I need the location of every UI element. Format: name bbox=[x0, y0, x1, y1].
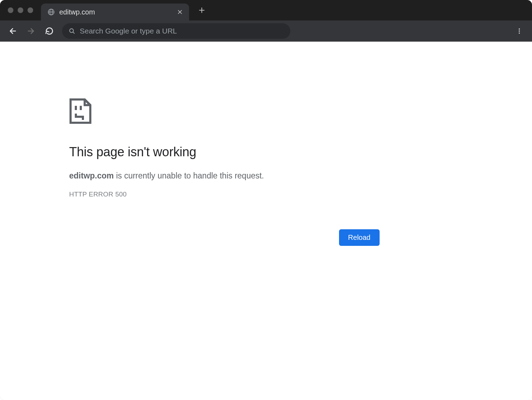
error-message: editwp.com is currently unable to handle… bbox=[69, 170, 380, 181]
globe-icon bbox=[47, 8, 55, 16]
browser-tab[interactable]: editwp.com bbox=[41, 4, 189, 20]
back-button[interactable] bbox=[5, 23, 20, 39]
tab-strip: editwp.com bbox=[0, 0, 532, 20]
svg-point-12 bbox=[519, 30, 520, 31]
address-bar[interactable] bbox=[62, 23, 290, 39]
browser-menu-button[interactable] bbox=[512, 23, 527, 39]
error-domain: editwp.com bbox=[69, 171, 114, 180]
svg-line-10 bbox=[73, 32, 74, 34]
error-title: This page isn't working bbox=[69, 145, 380, 159]
window-close-button[interactable] bbox=[8, 7, 13, 13]
window-maximize-button[interactable] bbox=[28, 7, 33, 13]
reload-button[interactable] bbox=[42, 23, 57, 39]
svg-rect-14 bbox=[75, 106, 77, 110]
tab-title: editwp.com bbox=[59, 8, 176, 16]
new-tab-button[interactable] bbox=[195, 3, 209, 17]
browser-toolbar bbox=[0, 20, 532, 42]
error-code: HTTP ERROR 500 bbox=[69, 190, 380, 198]
error-message-tail: is currently unable to handle this reque… bbox=[114, 171, 264, 180]
address-input[interactable] bbox=[80, 27, 284, 35]
svg-rect-17 bbox=[75, 114, 77, 116]
page-viewport: This page isn't working editwp.com is cu… bbox=[0, 42, 532, 400]
broken-page-icon bbox=[69, 98, 380, 126]
search-icon bbox=[68, 28, 75, 35]
page-reload-button[interactable]: Reload bbox=[339, 229, 380, 246]
svg-point-13 bbox=[519, 32, 520, 34]
browser-chrome: editwp.com bbox=[0, 0, 532, 42]
svg-rect-15 bbox=[80, 106, 82, 110]
svg-point-11 bbox=[519, 29, 520, 30]
error-interstitial: This page isn't working editwp.com is cu… bbox=[69, 98, 380, 246]
close-tab-button[interactable] bbox=[176, 8, 184, 16]
window-minimize-button[interactable] bbox=[18, 7, 23, 13]
svg-rect-16 bbox=[75, 116, 84, 118]
window-controls bbox=[0, 7, 41, 13]
svg-rect-18 bbox=[82, 118, 84, 120]
forward-button[interactable] bbox=[23, 23, 39, 39]
